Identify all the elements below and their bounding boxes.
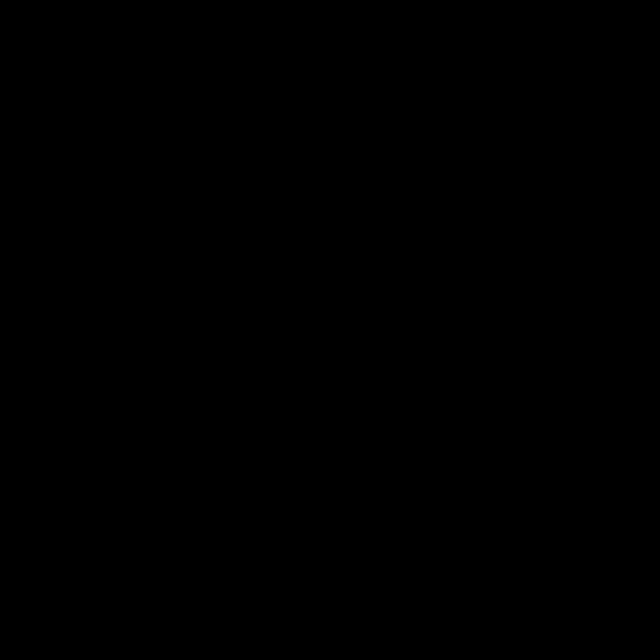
chart-canvas bbox=[0, 0, 644, 644]
svg-rect-0 bbox=[0, 0, 644, 644]
